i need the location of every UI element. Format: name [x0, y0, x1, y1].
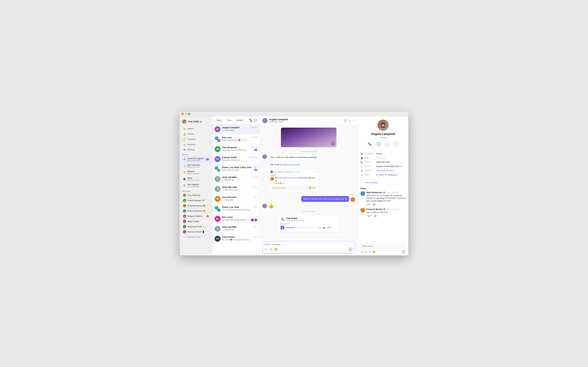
tag-lead[interactable]: Lead: [378, 174, 384, 176]
team-member-frances[interactable]: 👩 Frances Powell 📱: [181, 229, 211, 234]
conversation-item[interactable]: D L Dan, Lisa Ruth reacted with ❤️ on "I…: [212, 134, 260, 144]
team-member-amy[interactable]: 👩 Amy Smith 🏡: [181, 193, 211, 198]
conversation-preview: No that's everything, thanks again! 👆: [222, 219, 249, 221]
team-member-robert[interactable]: 👨 Robert Mendez 🌴: [181, 198, 211, 203]
format-icon[interactable]: ⌨️: [264, 248, 268, 251]
chat-action-button[interactable]: 💬: [375, 141, 382, 147]
sidebar-item-activity[interactable]: 🔔 Activity: [181, 132, 211, 136]
message-avatar: [262, 154, 267, 159]
detail-row-company: 🏢 Company Icecap: [360, 152, 406, 155]
member-name: Gregory Medina: [187, 215, 202, 217]
mention-icon[interactable]: @: [365, 250, 367, 253]
conversation-item[interactable]: AB Alan Benjamin Hey Amy, if you're free…: [212, 144, 260, 154]
play-button[interactable]: ▶: [281, 226, 284, 230]
conversation-time: Jul 5: [254, 226, 257, 228]
add-property-button[interactable]: ＋ + Add a property: [358, 180, 408, 185]
resolve-icon[interactable]: ✓: [315, 171, 317, 173]
sidebar-item-search[interactable]: 🔍 Search: [181, 126, 211, 131]
conversation-item[interactable]: KS Kathryn Smith Awesome thanks 🙏 Yester…: [212, 154, 260, 164]
app-window: 👩 Amy Smith 🏡 🔍 Search 🔔 Activity 📋 Cont…: [180, 112, 408, 255]
detail-row-website: 🔗 Website http://www.icecap.io: [360, 169, 406, 172]
message-input[interactable]: [264, 243, 353, 246]
tag-enterprise[interactable]: Enterprise: [387, 174, 398, 176]
audio-progress-bar[interactable]: [286, 227, 317, 228]
message-item: Hey, could you add Stella to tomorrow's …: [262, 154, 355, 160]
more-action-button[interactable]: ···: [393, 141, 400, 147]
conversation-item[interactable]: D L David, Lisa, Matt You: Ok great, tha…: [212, 204, 260, 214]
avatar-mini: [251, 218, 254, 221]
role-value[interactable]: Set a role...: [376, 157, 406, 159]
contact-header: 👩‍🦱 Angela Campbell Icecap 📞 💬 ✉️ ···: [358, 116, 408, 150]
email-link[interactable]: stella@agency.com: [282, 163, 300, 166]
inbox-item-san-francisco[interactable]: 📊 San Francisco (415) 875-5783: [181, 163, 211, 169]
filter-done[interactable]: Done: [225, 118, 234, 122]
conversation-item[interactable]: AC Angela Campbell ↙ Call ended 9:26 AM: [212, 124, 260, 134]
invite-team-button[interactable]: ＋ Invite your team: [181, 235, 211, 239]
sidebar-item-analytics[interactable]: 📊 Analytics: [181, 142, 211, 147]
team-member-gregory[interactable]: 👨 Gregory Medina 1: [181, 214, 211, 219]
more-options-icon[interactable]: ···: [335, 226, 337, 229]
conversation-item[interactable]: # (415) 598-1168 ↗ Your call ended Jul 1…: [212, 184, 260, 194]
screen-share-icon[interactable]: ⬜: [344, 119, 347, 122]
format-icon[interactable]: ⌨️: [361, 250, 364, 253]
attachment-icon[interactable]: 📎: [368, 250, 371, 253]
member-name: Stephanie Patel: [187, 225, 202, 228]
conversation-avatar-group: D L: [215, 206, 221, 212]
sidebar-item-settings[interactable]: ⚙️ Settings: [181, 147, 211, 152]
reaction-button[interactable]: 🙏 1: [366, 214, 372, 217]
thumbs-up-reaction: 👍: [268, 203, 274, 209]
email-value: angela.campbell@icecap.io: [376, 165, 406, 167]
chat-input-area: ⌨️ 📎 🙂 ➤: [260, 239, 358, 255]
audio-time: 1:48: [318, 227, 321, 229]
team-member-betty[interactable]: 👩 Betty Cooper: [181, 219, 211, 224]
reaction-button[interactable]: 🔄: [373, 214, 377, 217]
email-action-button[interactable]: ✉️: [384, 141, 391, 147]
inbox-item-customer-support[interactable]: 🚀 Customer support (628) 246-3765 2: [181, 156, 211, 163]
conversation-avatar: BL: [215, 216, 221, 222]
volume-icon[interactable]: 🔊: [323, 226, 326, 229]
filter-open[interactable]: Open: [215, 118, 224, 122]
conversation-preview: ↙ Call ended: [222, 129, 249, 131]
chat-icon[interactable]: 💬: [254, 119, 257, 122]
plus-icon[interactable]: +: [312, 186, 315, 189]
filter-unread[interactable]: Unread: [235, 118, 245, 122]
reply-placeholder[interactable]: Reply internally...: [272, 187, 305, 189]
conversation-item[interactable]: CH Colin Harper So cool! 😎 I'll let you …: [212, 234, 260, 244]
emoji-icon[interactable]: 🙂: [309, 186, 311, 189]
inbox-item-sales[interactable]: 💼 Sales (800) 676-7463: [181, 176, 211, 182]
note-input[interactable]: [360, 244, 406, 249]
call-action-button[interactable]: 📞: [367, 141, 373, 147]
team-member-kimberly[interactable]: 👩 Kimberly Woods 🤩: [181, 203, 211, 208]
maximize-button[interactable]: [188, 113, 190, 115]
reaction-button[interactable]: •• 1: [366, 203, 371, 206]
more-icon[interactable]: ···: [353, 119, 355, 122]
conversation-item[interactable]: # (415) 128-9562 ↙ Missed call Jul 5: [212, 224, 260, 234]
emoji-icon[interactable]: 🙂: [274, 248, 278, 251]
more-icon[interactable]: ···: [306, 186, 308, 189]
team-member-ruth[interactable]: 👩 Ruth Henderson 🤗: [181, 209, 211, 213]
emoji-icon[interactable]: 🙂: [373, 250, 375, 253]
user-profile[interactable]: 👩 Amy Smith 🏡: [180, 118, 212, 125]
website-value[interactable]: http://www.icecap.io: [376, 169, 406, 172]
attachment-icon[interactable]: 📎: [269, 248, 273, 251]
conversation-item[interactable]: # (415) 128-9562 ↙ Missed call Jul 12: [212, 174, 260, 184]
close-button[interactable]: [182, 113, 184, 115]
phone-icon[interactable]: 📞: [249, 119, 253, 122]
tags-icon: 🏷️: [360, 174, 363, 176]
reaction-button[interactable]: 🔄: [372, 203, 376, 206]
check-icon[interactable]: ✓: [349, 119, 351, 122]
member-name: Betty Cooper: [187, 220, 199, 223]
send-button[interactable]: ➤: [348, 247, 353, 252]
inbox-item-phoenix[interactable]: 🔥 Phoenix (802) 154-9820: [181, 169, 211, 175]
minimize-button[interactable]: [185, 113, 187, 115]
conversation-item[interactable]: D M David, Lisa, Matt, Cathy, Alan Matt:…: [212, 164, 260, 174]
conversation-item[interactable]: BL Ben Lucas No that's everything, thank…: [212, 214, 260, 224]
conversation-name: Colin Harper: [222, 236, 252, 238]
thread-author-avatar: [270, 177, 274, 181]
note-send-button[interactable]: ➤: [401, 250, 405, 254]
conversation-item[interactable]: JR Jack Richards ↙ Call ended Jul 7: [212, 194, 260, 204]
volume-bar[interactable]: [327, 227, 333, 228]
inbox-item-tech-support[interactable]: 🛠️ Tech support (514) 705-8002: [181, 183, 211, 189]
sidebar-item-contacts[interactable]: 📋 Contacts: [181, 137, 211, 142]
team-member-stephanie[interactable]: 👩 Stephanie Patel: [181, 224, 211, 229]
